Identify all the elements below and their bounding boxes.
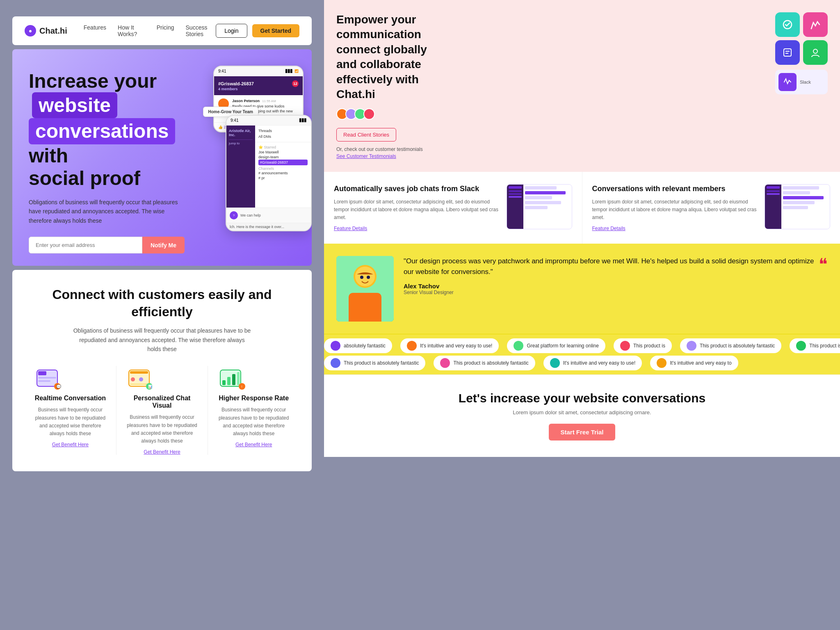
ticker-item-4: This product is	[614, 338, 672, 353]
slack-mock-2	[765, 185, 830, 229]
nav-how-it-works[interactable]: How It Works?	[118, 24, 145, 37]
active-channel: #Griswald-26837	[258, 160, 308, 165]
extra-icon-box: Slack	[775, 70, 828, 94]
get-started-button[interactable]: Get Started	[252, 24, 299, 37]
feature-2-title: Personalized Chat Visual	[125, 395, 200, 409]
ticker-track-2: This product is absolutely fantastic Thi…	[324, 356, 840, 370]
ticker-text-3: Great platform for learning online	[527, 343, 598, 349]
bottom-subtitle: Lorem ipsum dolor sit amet, consectetur …	[500, 409, 664, 415]
icon-grid	[775, 12, 828, 65]
hero-highlight-website: website	[32, 92, 117, 118]
slack-label: Slack	[800, 80, 811, 84]
svg-rect-21	[784, 49, 791, 56]
hero-subtitle: Obligations of business will frequently …	[29, 198, 185, 225]
slack-main: Threads All DMs ⭐ Starred Joe Maxwell de…	[255, 126, 311, 208]
channels-label: Channels	[258, 167, 308, 171]
svg-point-30	[367, 276, 370, 279]
svg-rect-3	[38, 380, 50, 382]
realtime-icon: 💬	[33, 366, 66, 395]
feature-3-desc: Business will frequently occur pleasures…	[216, 406, 291, 438]
nav-pricing[interactable]: Pricing	[157, 24, 174, 37]
ticker-item-r2-1: This product is absolutely fantastic	[324, 356, 425, 370]
slack-layout: Aristotle Air, Inc. jump to Threads All …	[226, 126, 311, 208]
avatar-group	[336, 108, 767, 120]
logo-icon: ●	[25, 25, 36, 37]
avatar-4	[363, 108, 375, 120]
design-team: design-team	[258, 155, 308, 160]
quote-text: "Our design process was very patchwork a…	[404, 256, 828, 277]
or-text-container: Or, check out our customer testimonials …	[336, 146, 767, 160]
ticker-item-r2-2: This product is absolutely fantastic	[434, 356, 535, 370]
empower-text: Empower your communication connect globa…	[336, 12, 767, 160]
ticker-text-6: This product is absolutely fantastic	[809, 343, 840, 349]
member-count: 4 members	[218, 87, 299, 91]
announcements: announcements	[262, 171, 288, 175]
svg-rect-2	[38, 377, 56, 379]
chat-visual-icon: 📊	[125, 366, 158, 395]
testimonial-photo	[336, 256, 394, 322]
notify-button[interactable]: Notify Me	[142, 237, 185, 253]
help-bubble: ? We can help	[226, 208, 311, 223]
avatar-row	[336, 108, 767, 120]
see-testimonials-link[interactable]: See Customer Testimonials	[336, 153, 396, 159]
feature-col-1: 💬 Realtime Conversation Business will fr…	[25, 366, 116, 455]
feature-2-link[interactable]: Get Benefit Here	[125, 449, 200, 455]
svg-point-29	[360, 276, 363, 279]
hero-with: with	[29, 145, 68, 167]
phone-time-2: 9:41	[231, 118, 238, 123]
email-input[interactable]	[29, 237, 142, 253]
pr-channel: pr	[262, 176, 265, 180]
phone-header: 9:41 ▊▊▊ 📶	[214, 66, 303, 76]
slack-sidebar: Aristotle Air, Inc. jump to	[226, 126, 255, 208]
logo-text: Chat.hi	[39, 26, 67, 36]
bottom-title: Let's increase your website conversation…	[336, 391, 828, 405]
feature-col-2: 📊 Personalized Chat Visual Business will…	[116, 366, 208, 455]
ticker-item-3: Great platform for learning online	[507, 338, 605, 353]
slack-mock-1	[507, 185, 572, 229]
nav-actions: Login Get Started	[216, 24, 299, 38]
hero-headline-1: Increase your	[29, 70, 157, 92]
ticker-text-r2-1: This product is absolutely fantastic	[344, 360, 419, 366]
icon-box-teal	[775, 12, 800, 37]
svg-text:↑: ↑	[241, 384, 243, 389]
svg-rect-17	[237, 372, 240, 385]
icon-box-indigo	[775, 40, 800, 65]
ticker-avatar-6	[796, 341, 806, 351]
read-client-stories-button[interactable]: Read Client Stories	[336, 128, 396, 142]
ticker-avatar-r2-2	[440, 358, 450, 368]
nav-success-stories[interactable]: Success Stories	[186, 24, 216, 37]
nav-features[interactable]: Features	[84, 24, 106, 37]
connect-subtitle: Obligations of business will frequently …	[72, 326, 252, 354]
icon-box-purple	[778, 73, 797, 91]
ticker-text-2: It's intuitive and very easy to use!	[420, 343, 492, 349]
hero-highlight-conversations: conversations	[29, 118, 175, 144]
feature-3-link[interactable]: Get Benefit Here	[216, 442, 291, 447]
or-text: Or, check out our customer testimonials	[336, 146, 767, 152]
feature-1-title: Realtime Conversation	[33, 395, 108, 402]
ticker-item-r2-4: It's intuitive and very easy to	[650, 356, 738, 370]
slack-mock-sidebar-1	[507, 185, 523, 229]
svg-text:📊: 📊	[148, 384, 153, 389]
msg-time: 11:55 AM	[262, 99, 276, 103]
right-top-icons: Slack	[775, 12, 828, 94]
feature-1-desc: Business will frequently occur pleasures…	[33, 406, 108, 438]
quote-icon: ❝	[819, 256, 828, 272]
channel-list: ⭐ Starred Joe Maxwell design-team #Grisw…	[255, 142, 311, 183]
card-1-link[interactable]: Feature Details	[334, 226, 500, 231]
logo: ● Chat.hi	[25, 25, 67, 37]
svg-point-8	[131, 377, 135, 381]
chat-reply: lch. Here is the message it over...	[226, 223, 311, 231]
hero-headline: Increase your website conversations with…	[29, 70, 193, 189]
ticker: absolutely fantastic It's intuitive and …	[324, 334, 840, 374]
ticker-track: absolutely fantastic It's intuitive and …	[324, 338, 840, 353]
hero-form: Notify Me	[29, 237, 185, 253]
jump-to: jump to	[229, 139, 253, 145]
feature-1-link[interactable]: Get Benefit Here	[33, 442, 108, 447]
card-2-link[interactable]: Feature Details	[592, 226, 758, 231]
start-trial-button[interactable]: Start Free Trial	[549, 424, 615, 441]
phone-screen-2: 9:41 ▊▊▊ Aristotle Air, Inc. jump to Thr…	[226, 115, 312, 231]
navbar: ● Chat.hi Features How It Works? Pricing…	[12, 16, 312, 45]
feature-col-3: ↑ Higher Response Rate Business will fre…	[208, 366, 299, 455]
author-role: Senior Visual Designer	[404, 290, 828, 295]
login-button[interactable]: Login	[216, 24, 247, 38]
